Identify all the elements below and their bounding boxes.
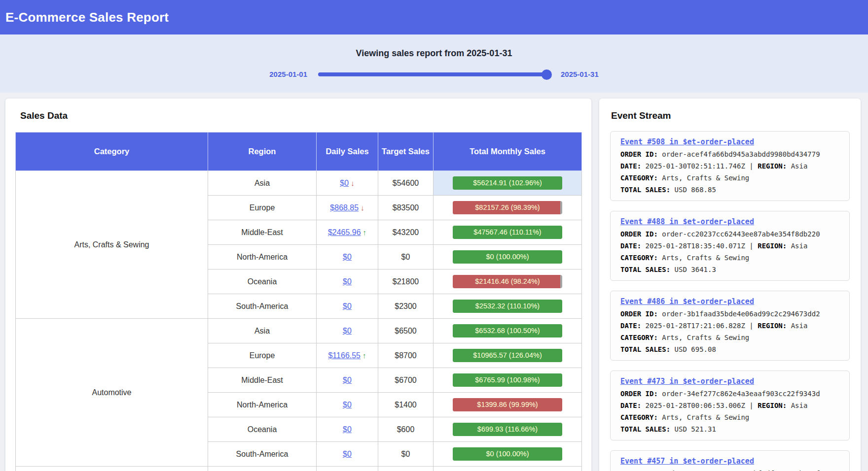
total-sales-label: TOTAL SALES: [620,186,670,194]
order-id-value: order-3b1faad35bde4e06ad99c2c294673dd2 [662,310,820,318]
target-sales-cell: $6500 [378,319,434,343]
total-monthly-cell: $6532.68 (100.50%) [434,319,582,343]
total-monthly-cell: $47567.46 (110.11%) [434,220,582,245]
monthly-progress-badge: $1399.86 (99.99%) [453,398,562,411]
daily-sales-link[interactable]: $1166.55 [328,351,361,360]
filter-heading: Viewing sales report from 2025-01-31 [356,48,512,59]
region-label: REGION: [758,322,787,330]
monthly-progress-badge: $6765.99 (100.98%) [453,373,562,387]
monthly-progress-badge: $21416.46 (98.24%) [453,275,562,288]
daily-sales-link[interactable]: $0 [340,179,349,187]
date-label: DATE: [620,322,641,330]
table-row: Arts, Crafts & Sewing Asia $0↓ $54600 $5… [16,171,582,196]
slider-start-label: 2025-01-01 [269,70,307,78]
order-id-label: ORDER ID: [620,150,658,158]
region-cell: Asia [208,171,317,196]
event-stream-title: Event Stream [611,110,850,121]
trend-down-icon: ↓ [351,179,355,187]
total-sales-value: USD 868.85 [675,186,716,194]
separator: | [749,242,753,250]
sales-data-title: Sales Data [20,110,581,121]
total-monthly-cell: $0 (100.00%) [434,245,582,269]
category-label: CATEGORY: [620,254,658,262]
date-range-slider[interactable] [318,69,550,79]
monthly-progress-badge: $82157.26 (98.39%) [453,201,562,214]
progress-label: $6532.68 (100.50%) [453,324,562,337]
progress-label: $56214.91 (102.96%) [453,176,562,190]
region-cell: South-America [208,294,317,319]
total-sales-label: TOTAL SALES: [620,345,670,353]
region-cell: North-America [208,393,317,417]
page-title: E-Commerce Sales Report [0,0,868,34]
progress-label: $82157.26 (98.39%) [453,201,562,214]
daily-sales-link[interactable]: $0 [343,253,352,261]
order-id-value: order-34ef277c862e4a3eaaf903cc22f9343d [662,390,820,398]
daily-sales-link[interactable]: $0 [343,450,352,458]
total-monthly-cell: $1399.86 (99.99%) [434,393,582,417]
progress-label: $6765.99 (100.98%) [453,373,562,387]
date-value: 2025-01-28T17:21:06.828Z [646,322,745,330]
separator: | [749,322,753,330]
region-cell: Middle-East [208,368,317,393]
daily-sales-link[interactable]: $2465.96 [328,228,361,236]
target-sales-cell: $0 [378,442,434,467]
event-card: Event #508 in $et-order-placed ORDER ID:… [610,131,850,201]
progress-label: $0 (100.00%) [453,447,562,461]
daily-sales-cell: $0 [317,417,378,442]
total-sales-value: USD 521.31 [675,425,716,433]
target-sales-cell: $21800 [378,269,434,294]
progress-label: $10965.57 (126.04%) [453,349,562,362]
slider-track[interactable] [318,72,550,76]
col-header-category: Category [16,133,208,171]
region-value: Asia [791,322,808,330]
category-value: Arts, Crafts & Sewing [662,334,749,341]
progress-label: $0 (100.00%) [453,250,562,264]
category-value: Arts, Crafts & Sewing [662,254,749,262]
slider-end-label: 2025-01-31 [561,70,599,78]
daily-sales-link[interactable]: $0 [343,327,352,335]
date-value: 2025-01-30T02:51:11.746Z [646,162,745,170]
slider-thumb[interactable] [542,69,552,80]
region-label: REGION: [758,242,787,250]
progress-label: $21416.46 (98.24%) [453,275,562,288]
daily-sales-link[interactable]: $0 [343,401,352,409]
category-label: CATEGORY: [620,174,658,182]
event-link[interactable]: Event #508 in $et-order-placed [620,137,754,146]
target-sales-cell: $83500 [378,196,434,220]
region-cell: South-America [208,442,317,467]
region-cell: Asia [208,319,317,343]
daily-sales-cell: $1166.55↑ [317,343,378,368]
event-card: Event #473 in $et-order-placed ORDER ID:… [610,370,850,440]
region-cell: Europe [208,196,317,220]
category-label: CATEGORY: [620,413,658,421]
sales-table-body: Arts, Crafts & Sewing Asia $0↓ $54600 $5… [16,171,582,471]
monthly-progress-badge: $0 (100.00%) [453,250,562,264]
target-sales-cell: $8700 [378,343,434,368]
event-link[interactable]: Event #488 in $et-order-placed [620,217,754,226]
daily-sales-link[interactable]: $0 [343,425,352,434]
daily-sales-cell: $2465.96↑ [317,220,378,245]
order-id-value: order-cc20237cc62443ee87ab4e354f8db220 [662,230,820,238]
total-monthly-cell: $0 (100.00%) [434,442,582,467]
total-sales-value: USD 695.08 [675,345,716,353]
region-value: Asia [791,402,808,409]
region-value: Asia [791,162,808,170]
total-sales-label: TOTAL SALES: [620,266,670,273]
daily-sales-link[interactable]: $0 [343,302,352,310]
event-link[interactable]: Event #486 in $et-order-placed [620,297,754,306]
daily-sales-link[interactable]: $0 [343,277,352,286]
table-row: Automotive Asia $0 $6500 $6532.68 (100.5… [16,319,582,343]
total-monthly-cell: $6765.99 (100.98%) [434,368,582,393]
event-link[interactable]: Event #457 in $et-order-placed [620,457,754,466]
col-header-total-monthly-sales: Total Monthly Sales [434,133,582,171]
event-link[interactable]: Event #473 in $et-order-placed [620,377,754,386]
event-stream-panel: Event Stream Event #508 in $et-order-pla… [599,99,861,471]
daily-sales-link[interactable]: $0 [343,376,352,384]
target-sales-cell: $54600 [378,171,434,196]
col-header-target-sales: Target Sales [378,133,434,171]
date-value: 2025-01-28T18:35:40.071Z [646,242,745,250]
daily-sales-link[interactable]: $868.85 [330,203,359,212]
monthly-progress-badge: $47567.46 (110.11%) [453,226,562,239]
date-filter-section: Viewing sales report from 2025-01-31 202… [0,34,868,93]
main-content: Sales Data Category Region Daily Sales T… [0,93,868,471]
